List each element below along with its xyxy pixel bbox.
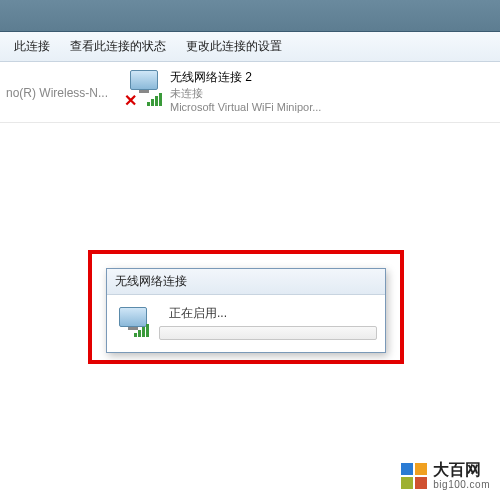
toolbar-item-view-status[interactable]: 查看此连接的状态 <box>60 34 176 59</box>
connection-device-partial: no(R) Wireless-N... <box>6 70 108 100</box>
progress-bar <box>159 326 377 340</box>
watermark-text-en: big100.com <box>433 479 490 490</box>
connection-text: 无线网络连接 2 未连接 Microsoft Virtual WiFi Mini… <box>164 70 321 114</box>
dialog-title: 无线网络连接 <box>107 269 385 295</box>
watermark: 大百网 big100.com <box>401 461 490 490</box>
signal-bars-icon <box>134 324 149 337</box>
connection-item-wireless-2[interactable]: ✕ 无线网络连接 2 未连接 Microsoft Virtual WiFi Mi… <box>120 70 370 114</box>
connection-name: 无线网络连接 2 <box>170 70 321 86</box>
connection-device: Microsoft Virtual WiFi Minipor... <box>170 100 321 114</box>
disconnected-x-icon: ✕ <box>124 94 138 108</box>
network-connections-list: no(R) Wireless-N... ✕ 无线网络连接 2 未连接 Micro… <box>0 62 500 123</box>
desktop-background-strip <box>0 0 500 32</box>
enabling-dialog: 无线网络连接 正在启用... <box>106 268 386 353</box>
toolbar: 此连接 查看此连接的状态 更改此连接的设置 <box>0 32 500 62</box>
dialog-status-text: 正在启用... <box>159 305 377 322</box>
signal-bars-icon <box>147 93 162 106</box>
connection-status: 未连接 <box>170 86 321 100</box>
wifi-adapter-icon: ✕ <box>126 70 164 108</box>
watermark-text-cn: 大百网 <box>433 461 490 479</box>
watermark-logo-icon <box>401 463 427 489</box>
toolbar-item-this-connection[interactable]: 此连接 <box>4 34 60 59</box>
toolbar-item-change-settings[interactable]: 更改此连接的设置 <box>176 34 292 59</box>
dialog-body: 正在启用... <box>107 295 385 352</box>
connection-item-wireless-1[interactable]: no(R) Wireless-N... <box>0 70 120 114</box>
wifi-adapter-icon <box>115 307 151 339</box>
